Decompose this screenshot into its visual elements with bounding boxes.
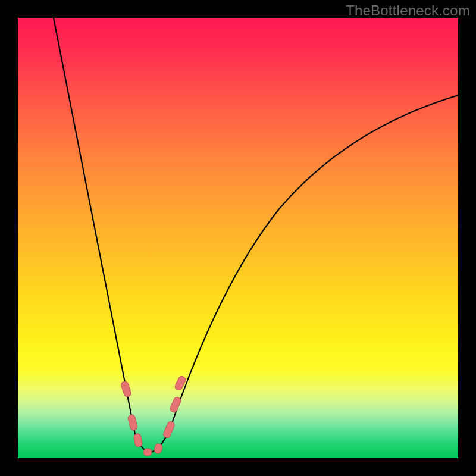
- bottleneck-curve: [54, 18, 458, 453]
- valley-marker: [133, 433, 143, 447]
- plot-area: [18, 18, 458, 458]
- marker-group: [120, 375, 186, 456]
- watermark-label: TheBottleneck.com: [346, 2, 470, 19]
- valley-marker: [143, 449, 152, 456]
- valley-marker: [169, 396, 182, 414]
- valley-marker: [162, 421, 176, 439]
- chart-frame: TheBottleneck.com: [0, 0, 476, 476]
- valley-marker: [127, 414, 138, 431]
- curve-layer: [18, 18, 458, 458]
- valley-marker: [120, 381, 131, 397]
- valley-marker: [154, 443, 163, 454]
